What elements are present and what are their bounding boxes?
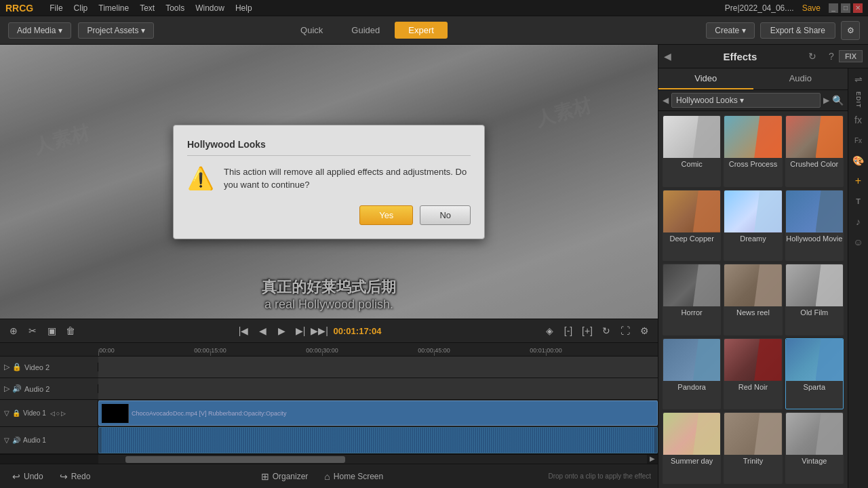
organizer-button[interactable]: ⊞ Organizer bbox=[256, 469, 314, 484]
effect-item-sparta[interactable]: Sparta bbox=[785, 338, 844, 410]
project-assets-label: Project Assets bbox=[87, 26, 138, 35]
track-audio2-content[interactable] bbox=[98, 378, 658, 399]
undo-button[interactable]: ↩ Undo bbox=[7, 469, 49, 484]
play-button[interactable]: ▶ bbox=[273, 323, 290, 339]
settings-button[interactable]: ⚙ bbox=[841, 21, 860, 40]
tl-scroll-right-btn[interactable]: ▶ bbox=[647, 455, 658, 464]
effect-item-news-reel[interactable]: News reel bbox=[724, 264, 782, 336]
tab-expert[interactable]: Expert bbox=[395, 22, 448, 39]
menu-file[interactable]: File bbox=[50, 3, 62, 13]
go-to-end-button[interactable]: ▶▶| bbox=[311, 323, 328, 339]
tab-audio[interactable]: Audio bbox=[753, 68, 848, 89]
effect-thumb-dreamy bbox=[724, 190, 781, 232]
add-media-button[interactable]: Add Media ▾ bbox=[8, 22, 71, 39]
category-forward-arrow[interactable]: ▶ bbox=[823, 96, 829, 105]
track-video1-lock[interactable]: 🔒 bbox=[12, 409, 20, 417]
track-audio2-expand[interactable]: ▷ bbox=[4, 384, 9, 393]
effect-item-old-film[interactable]: Old Film bbox=[785, 264, 844, 336]
category-select[interactable]: Hollywood Looks ▾ bbox=[671, 93, 821, 108]
track-video1-ctrl3[interactable]: ▷ bbox=[61, 410, 66, 417]
help-icon[interactable]: ? bbox=[824, 49, 839, 64]
side-tool-edit[interactable]: EDIT bbox=[850, 92, 867, 108]
track-audio2-mute[interactable]: 🔊 bbox=[12, 384, 22, 393]
fix-badge[interactable]: FIX bbox=[839, 50, 863, 62]
category-back-arrow[interactable]: ◀ bbox=[663, 96, 669, 105]
video1-clip[interactable]: ChocoAvocadoDoc.mp4 [V] Rubberband:Opaci… bbox=[98, 401, 658, 426]
go-to-start-button[interactable]: |◀ bbox=[235, 323, 252, 339]
menu-clip[interactable]: Clip bbox=[74, 3, 88, 13]
effect-item-deep-copper[interactable]: Deep Copper bbox=[663, 190, 721, 262]
export-share-button[interactable]: Export & Share bbox=[760, 22, 835, 39]
project-assets-button[interactable]: Project Assets ▾ bbox=[78, 22, 154, 39]
side-tool-color[interactable]: 🎨 bbox=[850, 152, 867, 169]
effect-item-red-noir[interactable]: Red Noir bbox=[724, 338, 782, 410]
panel-nav-back[interactable]: ◀ bbox=[664, 51, 671, 62]
add-marker-button[interactable]: ◈ bbox=[541, 323, 557, 339]
track-video1-expand[interactable]: ▽ bbox=[4, 409, 9, 417]
tl-scroll-thumb[interactable] bbox=[125, 456, 345, 463]
next-frame-button[interactable]: ▶| bbox=[292, 323, 309, 339]
effect-item-hollywood-movie[interactable]: Hollywood Movie bbox=[785, 190, 844, 262]
menu-timeline[interactable]: Timeline bbox=[98, 3, 129, 13]
effect-item-vintage[interactable]: Vintage bbox=[785, 412, 844, 484]
close-button[interactable]: ✕ bbox=[853, 3, 863, 13]
loop-button[interactable]: ↻ bbox=[598, 323, 614, 339]
dialog-yes-button[interactable]: Yes bbox=[359, 205, 413, 225]
track-video1-ctrl2[interactable]: ○ bbox=[56, 410, 60, 417]
side-tool-text[interactable]: T bbox=[850, 193, 867, 209]
redo-button[interactable]: ↪ Redo bbox=[54, 469, 96, 484]
track-audio1-expand[interactable]: ▽ bbox=[4, 436, 9, 444]
dialog-no-button[interactable]: No bbox=[420, 205, 471, 225]
track-video2-content[interactable] bbox=[98, 357, 658, 378]
track-audio1-content[interactable] bbox=[98, 427, 658, 453]
side-tool-add[interactable]: + bbox=[850, 173, 867, 189]
effect-item-crushed-color[interactable]: Crushed Color bbox=[785, 115, 844, 187]
audio1-clip[interactable] bbox=[98, 427, 658, 453]
minimize-button[interactable]: _ bbox=[829, 3, 838, 13]
fullscreen-button[interactable]: ⛶ bbox=[617, 323, 633, 339]
track-video2-lock[interactable]: 🔒 bbox=[12, 363, 22, 371]
create-button[interactable]: Create ▾ bbox=[706, 22, 754, 39]
window-controls: _ □ ✕ bbox=[829, 3, 863, 13]
maximize-button[interactable]: □ bbox=[841, 3, 850, 13]
delete-button[interactable]: 🗑 bbox=[62, 323, 79, 339]
effect-item-dreamy[interactable]: Dreamy bbox=[724, 190, 782, 262]
effect-item-cross-process[interactable]: Cross Process bbox=[724, 115, 782, 187]
track-audio1-mute[interactable]: 🔊 bbox=[12, 436, 20, 444]
tool-select-button[interactable]: ⊕ bbox=[5, 323, 22, 339]
effect-label-hollywood-movie: Hollywood Movie bbox=[786, 235, 842, 243]
side-tool-emoji[interactable]: ☺ bbox=[850, 234, 867, 250]
effect-item-comic[interactable]: Comic bbox=[663, 115, 721, 187]
track-video2-expand[interactable]: ▷ bbox=[4, 363, 9, 371]
tab-guided[interactable]: Guided bbox=[338, 22, 393, 39]
zoom-out-button[interactable]: [-] bbox=[560, 323, 576, 339]
effects-panel-title: Effects bbox=[675, 51, 805, 62]
track-video1-content[interactable]: ChocoAvocadoDoc.mp4 [V] Rubberband:Opaci… bbox=[98, 400, 658, 426]
razor-button[interactable]: ✂ bbox=[24, 323, 41, 339]
menu-tools[interactable]: Tools bbox=[165, 3, 184, 13]
save-button[interactable]: Save bbox=[802, 3, 821, 13]
track-video1-ctrl1[interactable]: ◁ bbox=[50, 410, 55, 417]
effect-item-pandora[interactable]: Pandora bbox=[663, 338, 721, 410]
menu-help[interactable]: Help bbox=[235, 3, 252, 13]
home-screen-button[interactable]: ⌂ Home Screen bbox=[319, 469, 389, 484]
refresh-icon[interactable]: ↻ bbox=[805, 49, 820, 64]
search-effects-icon[interactable]: 🔍 bbox=[832, 95, 844, 106]
effect-item-summer-day[interactable]: Summer day bbox=[663, 412, 721, 484]
effect-thumb-old-film bbox=[786, 264, 843, 306]
tab-video[interactable]: Video bbox=[658, 68, 753, 89]
side-tool-fx1[interactable]: fx bbox=[850, 112, 867, 128]
prev-frame-button[interactable]: ◀ bbox=[254, 323, 271, 339]
side-tool-audio[interactable]: ♪ bbox=[850, 214, 867, 230]
zoom-in-button[interactable]: [+] bbox=[579, 323, 595, 339]
menu-text[interactable]: Text bbox=[140, 3, 155, 13]
effect-item-horror[interactable]: Horror bbox=[663, 264, 721, 336]
tl-scroll-track[interactable] bbox=[98, 455, 647, 464]
track-select-button[interactable]: ▣ bbox=[43, 323, 60, 339]
settings-playback-button[interactable]: ⚙ bbox=[636, 323, 652, 339]
side-tool-arrow[interactable]: ⇌ bbox=[850, 71, 867, 87]
effect-item-trinity[interactable]: Trinity bbox=[724, 412, 782, 484]
menu-window[interactable]: Window bbox=[195, 3, 224, 13]
side-tool-fx2[interactable]: Fx bbox=[850, 132, 867, 148]
tab-quick[interactable]: Quick bbox=[287, 22, 336, 39]
